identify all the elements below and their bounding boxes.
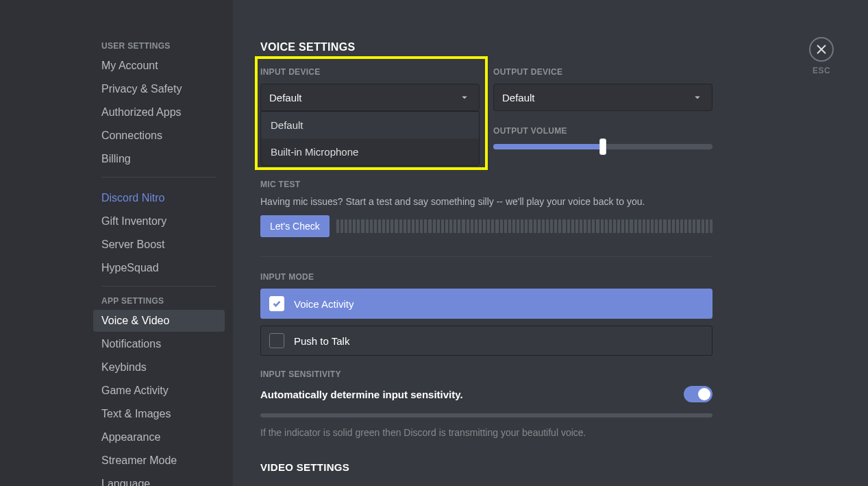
dropdown-option-default[interactable]: Default — [261, 112, 479, 138]
input-mode-push-to-talk[interactable]: Push to Talk — [260, 326, 712, 356]
sidebar-item-connections[interactable]: Connections — [93, 125, 225, 147]
divider — [260, 256, 712, 257]
sidebar-item-discord-nitro[interactable]: Discord Nitro — [93, 187, 225, 209]
input-device-label: INPUT DEVICE — [260, 67, 480, 77]
sidebar-item-authorized-apps[interactable]: Authorized Apps — [93, 101, 225, 123]
input-device-value: Default — [269, 92, 302, 104]
close-settings-button[interactable]: ESC — [809, 37, 834, 75]
sidebar-item-voice-video[interactable]: Voice & Video — [93, 310, 225, 332]
checkbox-checked-icon — [269, 296, 284, 311]
slider-thumb[interactable] — [599, 138, 606, 155]
output-device-value: Default — [502, 92, 535, 104]
sidebar-item-billing[interactable]: Billing — [93, 148, 225, 170]
settings-sidebar: USER SETTINGS My Account Privacy & Safet… — [0, 0, 233, 486]
mic-test-button[interactable]: Let's Check — [260, 215, 330, 237]
slider-fill — [493, 144, 603, 149]
sidebar-item-hypesquad[interactable]: HypeSquad — [93, 257, 225, 279]
output-volume-label: OUTPUT VOLUME — [493, 126, 712, 136]
input-mode-voice-activity[interactable]: Voice Activity — [260, 289, 712, 319]
sidebar-item-gift-inventory[interactable]: Gift Inventory — [93, 210, 225, 232]
sidebar-item-notifications[interactable]: Notifications — [93, 333, 225, 355]
sidebar-header-app-settings: APP SETTINGS — [101, 296, 225, 306]
dropdown-option-built-in-mic[interactable]: Built-in Microphone — [261, 138, 479, 165]
settings-content: ESC VOICE SETTINGS INPUT DEVICE Default … — [233, 0, 868, 486]
sensitivity-description: If the indicator is solid green then Dis… — [260, 427, 712, 438]
toggle-knob — [698, 388, 710, 400]
esc-label: ESC — [813, 66, 830, 75]
chevron-down-icon — [458, 91, 471, 104]
close-icon — [816, 44, 827, 55]
sidebar-item-my-account[interactable]: My Account — [93, 55, 225, 77]
auto-sensitivity-label: Automatically determine input sensitivit… — [260, 389, 463, 400]
sensitivity-indicator — [260, 413, 712, 417]
mic-test-description: Having mic issues? Start a test and say … — [260, 196, 712, 207]
input-device-select[interactable]: Default — [260, 84, 480, 111]
sidebar-item-privacy-safety[interactable]: Privacy & Safety — [93, 78, 225, 100]
output-volume-slider[interactable] — [493, 144, 712, 149]
sidebar-item-text-images[interactable]: Text & Images — [93, 403, 225, 425]
mode-label: Voice Activity — [294, 298, 354, 310]
sidebar-header-user-settings: USER SETTINGS — [101, 41, 225, 51]
sidebar-item-streamer-mode[interactable]: Streamer Mode — [93, 450, 225, 472]
input-sensitivity-label: INPUT SENSITIVITY — [260, 369, 712, 379]
mic-test-label: MIC TEST — [260, 180, 712, 189]
mode-label: Push to Talk — [294, 335, 349, 347]
input-mode-label: INPUT MODE — [260, 272, 712, 282]
sidebar-separator — [101, 177, 216, 178]
page-title: VOICE SETTINGS — [260, 41, 712, 53]
sidebar-separator — [101, 286, 216, 287]
output-device-label: OUTPUT DEVICE — [493, 67, 712, 77]
chevron-down-icon — [691, 91, 704, 104]
auto-sensitivity-toggle[interactable] — [684, 386, 712, 402]
input-device-dropdown: Default Built-in Microphone — [260, 111, 480, 166]
sidebar-item-keybinds[interactable]: Keybinds — [93, 356, 225, 378]
video-settings-title: VIDEO SETTINGS — [260, 461, 712, 473]
checkbox-unchecked-icon — [269, 333, 284, 348]
output-device-select[interactable]: Default — [493, 84, 712, 111]
sidebar-item-game-activity[interactable]: Game Activity — [93, 380, 225, 402]
sidebar-item-server-boost[interactable]: Server Boost — [93, 234, 225, 256]
sidebar-item-language[interactable]: Language — [93, 473, 225, 486]
sidebar-item-appearance[interactable]: Appearance — [93, 426, 225, 448]
mic-level-meter — [336, 219, 712, 233]
